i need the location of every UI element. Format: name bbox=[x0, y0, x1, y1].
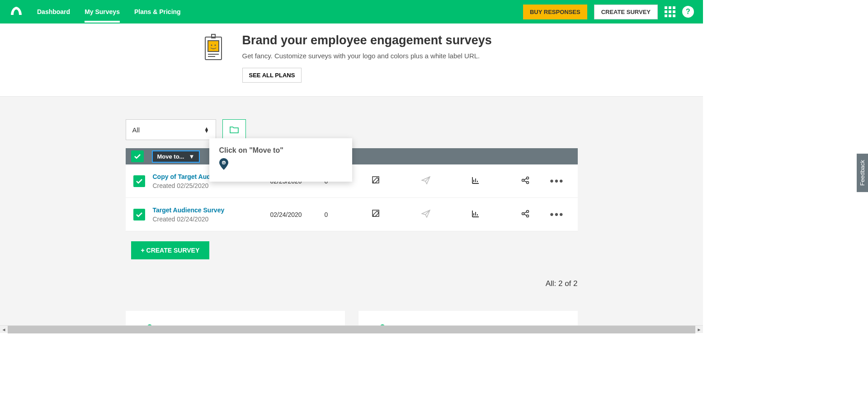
card-title: Buy responses for your market research s… bbox=[170, 324, 332, 325]
promo-card-realtime-feedback[interactable]: Get real-time feedback from your target … bbox=[359, 311, 578, 325]
more-options-icon[interactable]: ••• bbox=[550, 208, 577, 221]
buy-responses-button[interactable]: BUY RESPONSES bbox=[523, 5, 587, 19]
survey-row: Target Audience Survey Created 02/24/202… bbox=[126, 198, 578, 231]
svg-point-10 bbox=[526, 177, 528, 179]
create-survey-button[interactable]: CREATE SURVEY bbox=[594, 5, 658, 19]
row-checkbox[interactable] bbox=[133, 209, 145, 220]
svg-point-12 bbox=[526, 181, 528, 183]
banner-description: Get fancy. Customize surveys with your l… bbox=[242, 52, 492, 60]
svg-point-20 bbox=[380, 325, 385, 325]
analyze-icon[interactable] bbox=[472, 210, 480, 220]
filter-selected-label: All bbox=[132, 126, 140, 134]
survey-created-label: Created 02/24/2020 bbox=[153, 216, 270, 223]
horizontal-scrollbar[interactable]: ◄► bbox=[0, 325, 703, 333]
survey-created-label: Created 02/25/2020 bbox=[153, 182, 270, 189]
svg-point-15 bbox=[522, 212, 524, 215]
top-nav: Dashboard My Surveys Plans & Pricing BUY… bbox=[0, 0, 703, 23]
move-to-dropdown[interactable]: Move to... ▼ bbox=[152, 150, 200, 163]
survey-title-link[interactable]: Target Audience Survey bbox=[153, 206, 225, 214]
share-icon[interactable] bbox=[521, 210, 529, 220]
edit-icon[interactable] bbox=[372, 176, 380, 186]
logo[interactable] bbox=[9, 5, 24, 19]
sort-arrows-icon: ▲▼ bbox=[204, 127, 209, 132]
people-icon bbox=[371, 324, 394, 325]
banner-title: Brand your employee engagement surveys bbox=[242, 33, 492, 47]
pin-icon: G bbox=[219, 158, 342, 172]
select-all-checkbox[interactable] bbox=[131, 150, 144, 162]
branding-icon bbox=[203, 33, 224, 64]
coach-tooltip: Click on "Move to" G bbox=[209, 138, 352, 182]
help-icon[interactable]: ? bbox=[682, 6, 694, 18]
svg-point-2 bbox=[211, 45, 212, 46]
filter-select[interactable]: All ▲▼ bbox=[126, 119, 216, 140]
svg-rect-1 bbox=[208, 41, 219, 52]
survey-response-count: 0 bbox=[325, 211, 352, 218]
svg-text:G: G bbox=[222, 161, 225, 164]
feedback-tab[interactable]: Feedback bbox=[857, 154, 868, 192]
bulk-action-bar: Move to... ▼ Click on "Move to" G bbox=[126, 148, 578, 164]
svg-point-17 bbox=[147, 325, 152, 325]
promo-card-buy-responses[interactable]: Buy responses for your market research s… bbox=[126, 311, 345, 325]
caret-down-icon: ▼ bbox=[189, 153, 194, 160]
nav-my-surveys[interactable]: My Surveys bbox=[85, 1, 120, 23]
move-to-label: Move to... bbox=[157, 153, 184, 160]
svg-point-14 bbox=[526, 210, 528, 212]
survey-date: 02/24/2020 bbox=[270, 211, 325, 218]
send-icon[interactable] bbox=[421, 176, 430, 186]
create-survey-button-main[interactable]: + CREATE SURVEY bbox=[131, 241, 210, 259]
svg-point-3 bbox=[214, 45, 216, 46]
see-all-plans-button[interactable]: SEE ALL PLANS bbox=[242, 68, 302, 83]
people-icon bbox=[138, 324, 161, 325]
analyze-icon[interactable] bbox=[472, 176, 480, 186]
row-checkbox[interactable] bbox=[133, 175, 145, 187]
promo-banner: Brand your employee engagement surveys G… bbox=[0, 23, 703, 97]
more-options-icon[interactable]: ••• bbox=[550, 175, 577, 188]
svg-point-16 bbox=[526, 215, 528, 217]
apps-grid-icon[interactable] bbox=[665, 6, 675, 17]
nav-dashboard[interactable]: Dashboard bbox=[37, 1, 70, 23]
edit-icon[interactable] bbox=[372, 210, 380, 220]
folder-icon bbox=[230, 126, 239, 133]
nav-plans-pricing[interactable]: Plans & Pricing bbox=[134, 1, 181, 23]
svg-point-11 bbox=[522, 179, 524, 181]
folder-button[interactable] bbox=[222, 119, 246, 140]
send-icon[interactable] bbox=[421, 210, 430, 220]
results-count-label: All: 2 of 2 bbox=[126, 279, 578, 288]
card-title: Get real-time feedback from your target … bbox=[403, 324, 565, 325]
share-icon[interactable] bbox=[521, 176, 529, 186]
tooltip-title: Click on "Move to" bbox=[219, 146, 342, 155]
